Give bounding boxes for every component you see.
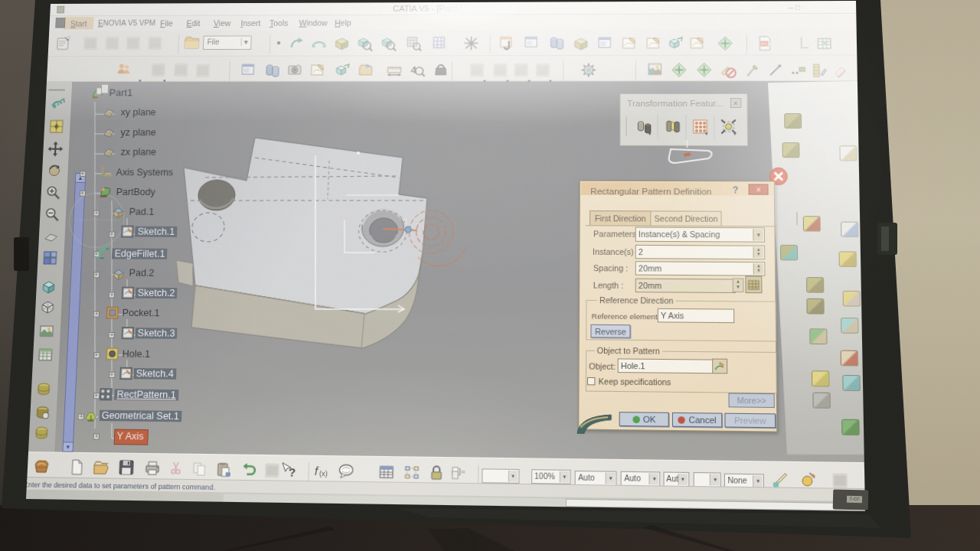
svg-text:}=: }= (459, 468, 466, 476)
svg-text:(x): (x) (319, 469, 328, 478)
svg-text:?: ? (289, 465, 296, 478)
